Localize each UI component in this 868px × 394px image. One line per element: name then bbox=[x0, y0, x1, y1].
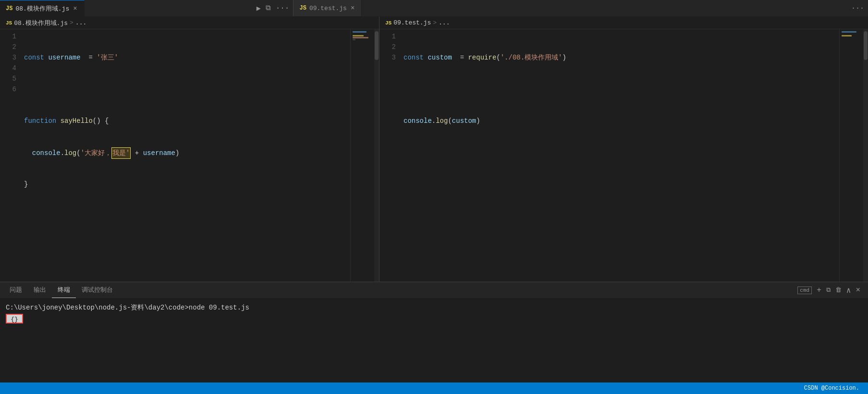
right-code-line-2 bbox=[403, 84, 839, 95]
panel-actions: cmd + ⧉ 🗑 ∧ × bbox=[794, 286, 864, 295]
tab-left-icon: JS bbox=[6, 5, 12, 12]
terminal-command-line: C:\Users\joney\Desktop\node.js-资料\day2\c… bbox=[6, 302, 862, 313]
left-line-numbers: 1 2 3 4 5 6 bbox=[0, 29, 24, 282]
tab-right-label: 09.test.js bbox=[309, 5, 347, 12]
left-bc-sep: > bbox=[70, 19, 73, 26]
left-scrollbar-thumb[interactable] bbox=[375, 31, 379, 60]
right-line-numbers: 1 2 3 bbox=[379, 29, 403, 282]
split-terminal-button[interactable]: ⧉ bbox=[826, 287, 831, 294]
new-terminal-button[interactable]: + bbox=[817, 286, 821, 295]
tab-right-file[interactable]: JS 09.test.js × bbox=[293, 0, 362, 16]
tab-problems[interactable]: 问题 bbox=[4, 282, 28, 298]
right-more-button[interactable]: ··· bbox=[851, 4, 864, 12]
maximize-panel-button[interactable]: ∧ bbox=[846, 286, 851, 295]
left-bc-file: 08.模块作用域.js bbox=[14, 19, 68, 27]
run-button[interactable]: ▶ bbox=[257, 4, 261, 13]
status-bar: CSDN @Concision. bbox=[0, 382, 868, 394]
panel-tabs: 问题 输出 终端 调试控制台 cmd + ⧉ 🗑 ∧ × bbox=[0, 282, 868, 298]
terminal-cursor-line: {} bbox=[6, 314, 862, 323]
right-code-line-1: const custom = require('./08.模块作用域') bbox=[403, 52, 839, 63]
left-scrollbar[interactable] bbox=[374, 29, 379, 282]
cmd-badge: cmd bbox=[797, 287, 812, 294]
right-bc-file: 09.test.js bbox=[393, 19, 431, 26]
left-code-editor[interactable]: 1 2 3 4 5 6 const username = '张三' functi… bbox=[0, 29, 379, 282]
terminal-cursor: {} bbox=[6, 314, 23, 323]
right-scrollbar[interactable] bbox=[863, 29, 868, 282]
left-breadcrumb: JS 08.模块作用域.js > ... bbox=[0, 17, 379, 29]
tab-terminal-label: 终端 bbox=[58, 286, 70, 294]
terminal-content[interactable]: C:\Users\joney\Desktop\node.js-资料\day2\c… bbox=[0, 298, 868, 382]
tab-terminal[interactable]: 终端 bbox=[52, 282, 76, 298]
tab-left-close[interactable]: × bbox=[72, 4, 78, 13]
left-bc-icon: JS bbox=[6, 20, 12, 26]
left-bc-trail: ... bbox=[75, 19, 86, 26]
right-minimap bbox=[839, 29, 863, 282]
kill-terminal-button[interactable]: 🗑 bbox=[835, 287, 842, 294]
right-editor-pane: JS 09.test.js > ... 1 2 3 const custom =… bbox=[379, 17, 868, 282]
right-scrollbar-thumb[interactable] bbox=[864, 31, 868, 60]
tab-debug-console-label: 调试控制台 bbox=[82, 286, 113, 294]
right-bc-sep: > bbox=[433, 19, 437, 26]
tab-left-file[interactable]: JS 08.模块作用域.js × bbox=[0, 0, 85, 16]
panel-container: 问题 输出 终端 调试控制台 cmd + ⧉ 🗑 ∧ × bbox=[0, 282, 868, 382]
code-line-6 bbox=[24, 211, 350, 221]
left-pane-actions: ▶ ⧉ ··· bbox=[253, 0, 293, 16]
terminal-path: C:\Users\joney\Desktop\node.js-资料\day2\c… bbox=[6, 304, 249, 311]
tab-right-close[interactable]: × bbox=[350, 3, 355, 13]
editors-container: JS 08.模块作用域.js > ... 1 2 3 4 5 6 cons bbox=[0, 17, 868, 282]
tab-right-icon: JS bbox=[299, 5, 306, 12]
code-line-5: } bbox=[24, 179, 350, 190]
tab-output-label: 输出 bbox=[34, 286, 46, 294]
right-code-content[interactable]: const custom = require('./08.模块作用域') con… bbox=[403, 29, 839, 282]
right-bc-icon: JS bbox=[385, 20, 391, 26]
code-line-2 bbox=[24, 84, 350, 95]
tab-left-label: 08.模块作用域.js bbox=[15, 4, 69, 13]
attribution: CSDN @Concision. bbox=[801, 385, 862, 392]
cmd-label: cmd bbox=[797, 287, 812, 294]
code-line-4: console.log('大家好，我是' + username) bbox=[24, 147, 350, 158]
tab-problems-label: 问题 bbox=[10, 286, 22, 294]
right-breadcrumb: JS 09.test.js > ... bbox=[379, 17, 868, 29]
left-minimap bbox=[350, 29, 374, 282]
right-pane-actions: ··· bbox=[847, 0, 868, 16]
right-code-editor[interactable]: 1 2 3 const custom = require('./08.模块作用域… bbox=[379, 29, 868, 282]
split-editor-button[interactable]: ⧉ bbox=[266, 4, 271, 12]
tab-debug-console[interactable]: 调试控制台 bbox=[76, 282, 119, 298]
right-code-line-3: console.log(custom) bbox=[403, 116, 839, 126]
left-editor-pane: JS 08.模块作用域.js > ... 1 2 3 4 5 6 cons bbox=[0, 17, 379, 282]
code-line-3: function sayHello() { bbox=[24, 116, 350, 126]
close-panel-button[interactable]: × bbox=[856, 286, 860, 295]
left-code-content[interactable]: const username = '张三' function sayHello(… bbox=[24, 29, 350, 282]
code-line-1: const username = '张三' bbox=[24, 52, 350, 63]
right-bc-trail: ... bbox=[439, 19, 450, 26]
tab-output[interactable]: 输出 bbox=[28, 282, 52, 298]
tab-bar: JS 08.模块作用域.js × ▶ ⧉ ··· JS 09.test.js ×… bbox=[0, 0, 868, 17]
more-actions-button[interactable]: ··· bbox=[276, 4, 290, 12]
